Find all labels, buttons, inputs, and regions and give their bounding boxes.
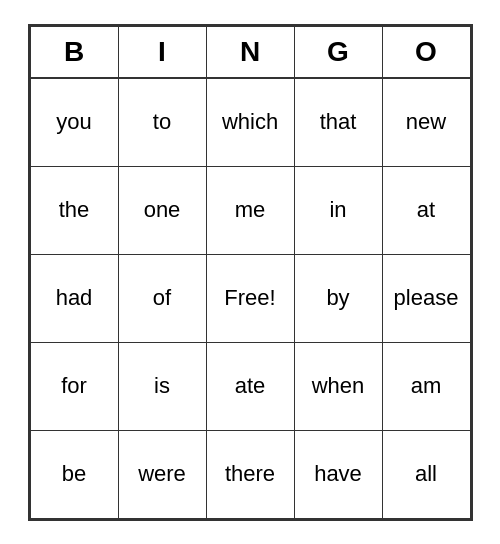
cell-3-0: for <box>30 342 118 430</box>
cell-1-0: the <box>30 166 118 254</box>
table-row: theonemeinat <box>30 166 470 254</box>
cell-0-3: that <box>294 78 382 166</box>
table-row: forisatewhenam <box>30 342 470 430</box>
cell-1-2: me <box>206 166 294 254</box>
cell-4-0: be <box>30 430 118 518</box>
col-i: I <box>118 26 206 78</box>
cell-1-4: at <box>382 166 470 254</box>
header-row: B I N G O <box>30 26 470 78</box>
cell-0-1: to <box>118 78 206 166</box>
cell-3-4: am <box>382 342 470 430</box>
cell-0-4: new <box>382 78 470 166</box>
bingo-body: youtowhichthatnewtheonemeinathadofFree!b… <box>30 78 470 518</box>
cell-0-2: which <box>206 78 294 166</box>
cell-3-2: ate <box>206 342 294 430</box>
cell-3-3: when <box>294 342 382 430</box>
cell-2-1: of <box>118 254 206 342</box>
table-row: hadofFree!byplease <box>30 254 470 342</box>
cell-4-1: were <box>118 430 206 518</box>
col-g: G <box>294 26 382 78</box>
table-row: beweretherehaveall <box>30 430 470 518</box>
cell-1-3: in <box>294 166 382 254</box>
cell-1-1: one <box>118 166 206 254</box>
cell-4-3: have <box>294 430 382 518</box>
cell-4-2: there <box>206 430 294 518</box>
col-b: B <box>30 26 118 78</box>
bingo-table: B I N G O youtowhichthatnewtheonemeinath… <box>30 26 471 519</box>
col-n: N <box>206 26 294 78</box>
table-row: youtowhichthatnew <box>30 78 470 166</box>
cell-2-2: Free! <box>206 254 294 342</box>
bingo-card: B I N G O youtowhichthatnewtheonemeinath… <box>28 24 473 521</box>
cell-3-1: is <box>118 342 206 430</box>
cell-2-4: please <box>382 254 470 342</box>
cell-2-0: had <box>30 254 118 342</box>
cell-0-0: you <box>30 78 118 166</box>
cell-2-3: by <box>294 254 382 342</box>
col-o: O <box>382 26 470 78</box>
cell-4-4: all <box>382 430 470 518</box>
